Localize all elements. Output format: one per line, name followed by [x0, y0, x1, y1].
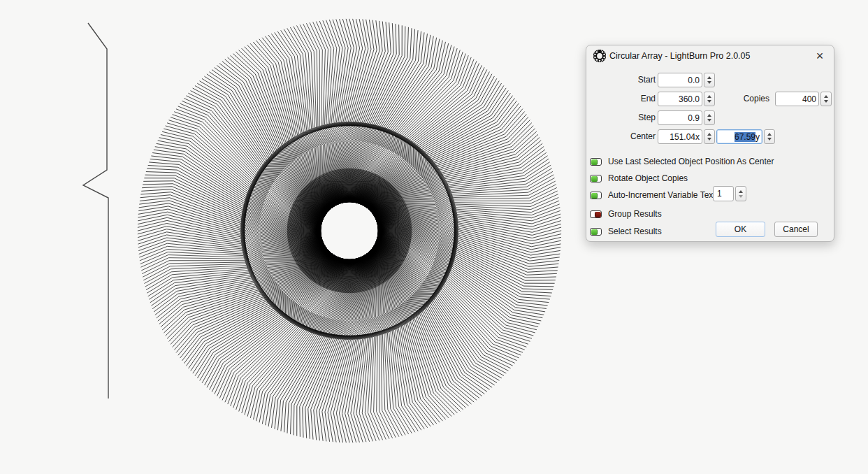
spin-down-icon[interactable]: [707, 100, 711, 103]
toggle-auto-increment[interactable]: Auto-Increment Variable Text: [590, 189, 716, 201]
end-spinbox[interactable]: 360.0: [658, 92, 715, 106]
copies-value[interactable]: 400: [802, 94, 816, 104]
spin-down-icon[interactable]: [739, 195, 743, 198]
checkbox-icon[interactable]: [590, 192, 602, 199]
toggle-label: Auto-Increment Variable Text: [608, 189, 716, 201]
spin-up-icon[interactable]: [707, 76, 711, 79]
checkbox-icon[interactable]: [590, 158, 602, 166]
spin-down-icon[interactable]: [767, 138, 772, 141]
step-spinner[interactable]: [704, 110, 715, 125]
center-y-spinner[interactable]: [764, 129, 775, 144]
spin-up-icon[interactable]: [739, 190, 743, 193]
spin-up-icon[interactable]: [707, 95, 711, 98]
end-label: End: [607, 92, 656, 106]
spin-down-icon[interactable]: [707, 81, 711, 84]
toggle-use-last-selected[interactable]: Use Last Selected Object Position As Cen…: [590, 156, 774, 168]
spin-down-icon[interactable]: [707, 119, 711, 122]
toggle-label: Rotate Object Copies: [608, 173, 688, 185]
toggle-select-results[interactable]: Select Results: [590, 226, 662, 238]
center-x-spinner[interactable]: [704, 129, 715, 144]
auto-increment-value[interactable]: 1: [717, 189, 722, 199]
checkbox-icon[interactable]: [590, 228, 602, 236]
dialog-title: Circular Array - LightBurn Pro 2.0.05: [609, 45, 750, 66]
spin-up-icon[interactable]: [707, 114, 711, 117]
close-icon[interactable]: ×: [813, 48, 827, 64]
start-label: Start: [607, 73, 656, 87]
spin-up-icon[interactable]: [707, 133, 711, 136]
toggle-label: Use Last Selected Object Position As Cen…: [608, 156, 774, 168]
auto-increment-spinbox[interactable]: 1: [713, 186, 746, 201]
circular-array-dialog: Circular Array - LightBurn Pro 2.0.05 × …: [586, 45, 834, 242]
cancel-button[interactable]: Cancel: [774, 222, 818, 237]
spin-down-icon[interactable]: [707, 138, 711, 141]
center-y-spinbox[interactable]: 67.59y: [716, 129, 775, 144]
circular-array-pattern: [137, 18, 562, 443]
center-x-value[interactable]: 151.04: [670, 132, 695, 142]
copies-spinner[interactable]: [820, 92, 832, 106]
copies-label: Copies: [721, 92, 769, 106]
step-value[interactable]: 0.9: [688, 113, 700, 123]
end-value[interactable]: 360.0: [679, 94, 700, 104]
center-y-suffix: y: [755, 132, 760, 142]
center-x-spinbox[interactable]: 151.04x: [658, 129, 715, 144]
start-value[interactable]: 0.0: [688, 76, 700, 85]
auto-increment-spinner[interactable]: [735, 186, 746, 201]
center-y-value-selected[interactable]: 67.59: [735, 132, 755, 142]
center-x-suffix: x: [695, 132, 700, 142]
toggle-group-results[interactable]: Group Results: [590, 208, 662, 220]
source-object-path[interactable]: [83, 23, 108, 398]
dialog-titlebar[interactable]: Circular Array - LightBurn Pro 2.0.05 ×: [586, 45, 834, 66]
checkbox-icon[interactable]: [590, 175, 602, 182]
start-spinbox[interactable]: 0.0: [658, 73, 715, 87]
spin-down-icon[interactable]: [824, 100, 828, 103]
center-label: Center: [607, 129, 656, 144]
copies-spinbox[interactable]: 400: [775, 92, 832, 106]
workspace: Circular Array - LightBurn Pro 2.0.05 × …: [0, 0, 868, 474]
start-spinner[interactable]: [704, 73, 715, 87]
ok-button[interactable]: OK: [716, 222, 765, 237]
spin-up-icon[interactable]: [824, 95, 828, 98]
toggle-label: Group Results: [608, 208, 662, 220]
end-spinner[interactable]: [704, 92, 715, 106]
checkbox-icon[interactable]: [590, 210, 602, 218]
toggle-label: Select Results: [608, 226, 662, 238]
circular-array-icon: [593, 50, 606, 62]
spin-up-icon[interactable]: [767, 133, 772, 136]
toggle-rotate-object-copies[interactable]: Rotate Object Copies: [590, 173, 688, 185]
step-spinbox[interactable]: 0.9: [658, 110, 715, 125]
step-label: Step: [607, 110, 656, 125]
